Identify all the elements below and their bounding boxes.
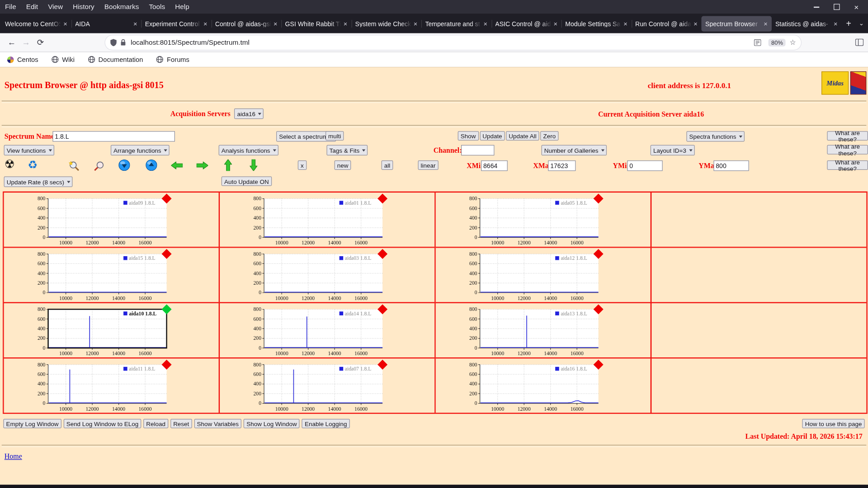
- sidebar-icon[interactable]: [855, 39, 863, 46]
- tab-close-icon[interactable]: ×: [203, 19, 208, 27]
- tab-statistics-aidas[interactable]: Statistics @ aidas-×: [771, 16, 841, 31]
- tab-close-icon[interactable]: ×: [63, 19, 67, 27]
- spectrum-cell-aida11[interactable]: 020040060080010000120001400016000aida11 …: [3, 358, 219, 413]
- green-down-arrow-icon[interactable]: [250, 160, 257, 174]
- update-all-button[interactable]: Update All: [506, 131, 539, 141]
- new-tab-button[interactable]: +: [841, 19, 856, 28]
- menu-file[interactable]: File: [0, 0, 21, 14]
- lock-icon[interactable]: [120, 39, 126, 46]
- home-link[interactable]: Home: [5, 452, 22, 461]
- how-to-use-button[interactable]: How to use this page: [802, 419, 865, 428]
- green-up-arrow-icon[interactable]: [224, 160, 232, 174]
- menu-history[interactable]: History: [68, 0, 99, 14]
- reload-button[interactable]: ⟳: [33, 34, 47, 51]
- gsi-logo[interactable]: [850, 71, 867, 94]
- tab-close-icon[interactable]: ×: [553, 19, 557, 27]
- tab-system-wide-checks[interactable]: System wide Checks×: [351, 16, 421, 31]
- tab-spectrum-browser[interactable]: Spectrum Browser×: [701, 16, 771, 31]
- spectrum-chart[interactable]: 020040060080010000120001400016000aida10 …: [28, 304, 174, 357]
- auto-update-button[interactable]: Auto Update ON: [222, 177, 272, 186]
- blue-up-arrow-icon[interactable]: [146, 160, 157, 174]
- arrange-functions-dropdown[interactable]: Arrange functions: [111, 145, 170, 155]
- layout-id-dropdown[interactable]: Layout ID=3: [651, 145, 695, 155]
- tab-module-settings-sa[interactable]: Module Settings Sa×: [561, 16, 632, 31]
- spectrum-cell-aida12[interactable]: 020040060080010000120001400016000aida12 …: [435, 247, 651, 302]
- tab-close-icon[interactable]: ×: [414, 19, 418, 27]
- spectrum-cell-aida15[interactable]: 020040060080010000120001400016000aida15 …: [3, 247, 219, 302]
- what-are-these-button[interactable]: What are these?: [827, 131, 868, 141]
- zoom-in-icon[interactable]: [69, 160, 80, 174]
- green-right-arrow-icon[interactable]: [197, 162, 208, 172]
- shield-icon[interactable]: [110, 38, 117, 46]
- spectrum-cell-aida13[interactable]: 020040060080010000120001400016000aida13 …: [435, 303, 651, 358]
- empty-log-window-button[interactable]: Empty Log Window: [3, 419, 61, 428]
- spectrum-name-input[interactable]: [52, 131, 175, 141]
- tab-close-icon[interactable]: ×: [764, 19, 768, 27]
- tab-welcome-to-centos[interactable]: Welcome to CentOS×: [1, 16, 71, 31]
- menu-view[interactable]: View: [43, 0, 68, 14]
- tab-experiment-control[interactable]: Experiment Control×: [141, 16, 211, 31]
- maximize-button[interactable]: [833, 3, 840, 11]
- ymin-input[interactable]: [627, 160, 662, 171]
- midas-logo[interactable]: Midas: [821, 71, 849, 94]
- view-functions-dropdown[interactable]: View functions: [4, 145, 54, 155]
- spectrum-chart[interactable]: 020040060080010000120001400016000aida15 …: [28, 249, 174, 302]
- spectrum-chart[interactable]: 020040060080010000120001400016000aida05 …: [460, 193, 606, 246]
- radiation-icon[interactable]: ☢: [5, 158, 15, 171]
- tab-gsi-white-rabbit-ti[interactable]: GSI White Rabbit Ti×: [281, 16, 351, 31]
- list-all-tabs-icon[interactable]: ⌄: [856, 20, 867, 27]
- bookmark-forums[interactable]: Forums: [156, 56, 189, 63]
- multi-button[interactable]: multi: [326, 131, 344, 141]
- tab-control-aidas-gsi[interactable]: Control @ aidas-gsi×: [211, 16, 281, 31]
- spectrum-cell-aida01[interactable]: 020040060080010000120001400016000aida01 …: [219, 192, 435, 247]
- spectrum-chart[interactable]: 020040060080010000120001400016000aida14 …: [244, 304, 390, 357]
- acquisition-server-select[interactable]: aida16: [234, 108, 264, 119]
- spectrum-chart[interactable]: 020040060080010000120001400016000aida09 …: [28, 193, 174, 246]
- tab-close-icon[interactable]: ×: [133, 19, 137, 27]
- spectrum-cell-aida05[interactable]: 020040060080010000120001400016000aida05 …: [435, 192, 651, 247]
- tab-close-icon[interactable]: ×: [274, 19, 278, 27]
- tab-run-control-aida[interactable]: Run Control @ aida×: [632, 16, 702, 31]
- url-text[interactable]: localhost:8015/Spectrum/Spectrum.tml: [131, 38, 754, 46]
- bookmark-documentation[interactable]: Documentation: [88, 56, 143, 63]
- show-log-window-button[interactable]: Show Log Window: [244, 419, 300, 428]
- zoom-out-icon[interactable]: [94, 160, 104, 174]
- reader-mode-icon[interactable]: [754, 39, 761, 46]
- tab-close-icon[interactable]: ×: [623, 19, 627, 27]
- xmin-input[interactable]: [481, 160, 508, 171]
- spectrum-chart[interactable]: 020040060080010000120001400016000aida16 …: [460, 359, 606, 413]
- show-button[interactable]: Show: [458, 131, 479, 141]
- tab-close-icon[interactable]: ×: [344, 19, 348, 27]
- linear-button[interactable]: linear: [418, 160, 438, 170]
- tab-close-icon[interactable]: ×: [834, 19, 838, 27]
- update-rate-dropdown[interactable]: Update Rate (8 secs): [4, 177, 73, 187]
- menu-tools[interactable]: Tools: [144, 0, 170, 14]
- back-button[interactable]: ←: [5, 34, 19, 51]
- tab-asic-control-aida[interactable]: ASIC Control @ aida×: [491, 16, 561, 31]
- spectrum-chart[interactable]: 020040060080010000120001400016000aida13 …: [460, 304, 606, 357]
- spectrum-chart[interactable]: 020040060080010000120001400016000aida12 …: [460, 249, 606, 302]
- spectrum-cell-aida09[interactable]: 020040060080010000120001400016000aida09 …: [3, 192, 219, 247]
- tags-fits-dropdown[interactable]: Tags & Fits: [326, 145, 368, 155]
- menu-help[interactable]: Help: [170, 0, 194, 14]
- tab-temperature-and-st[interactable]: Temperature and st×: [421, 16, 491, 31]
- recycle-refresh-icon[interactable]: ♻: [28, 158, 38, 171]
- x-button[interactable]: x: [298, 160, 307, 170]
- menu-edit[interactable]: Edit: [21, 0, 43, 14]
- enable-logging-button[interactable]: Enable Logging: [302, 419, 350, 428]
- what-are-these-button[interactable]: What are these?: [827, 160, 868, 170]
- xmax-input[interactable]: [548, 160, 576, 171]
- spectra-functions-dropdown[interactable]: Spectra functions: [686, 131, 745, 141]
- what-are-these-button[interactable]: What are these?: [827, 145, 868, 155]
- spectrum-cell-aida16[interactable]: 020040060080010000120001400016000aida16 …: [435, 358, 651, 413]
- forward-button[interactable]: →: [19, 34, 33, 51]
- spectrum-cell-aida14[interactable]: 020040060080010000120001400016000aida14 …: [219, 303, 435, 358]
- close-button[interactable]: ×: [853, 3, 860, 11]
- reload-button[interactable]: Reload: [143, 419, 168, 428]
- send-log-window-to-elog-button[interactable]: Send Log Window to ELog: [64, 419, 142, 428]
- channel-input[interactable]: [461, 145, 494, 155]
- spectrum-cell-aida07[interactable]: 020040060080010000120001400016000aida07 …: [219, 358, 435, 413]
- zoom-indicator[interactable]: 80%: [769, 38, 786, 46]
- show-variables-button[interactable]: Show Variables: [194, 419, 241, 428]
- url-bar[interactable]: localhost:8015/Spectrum/Spectrum.tml 80%…: [105, 35, 801, 50]
